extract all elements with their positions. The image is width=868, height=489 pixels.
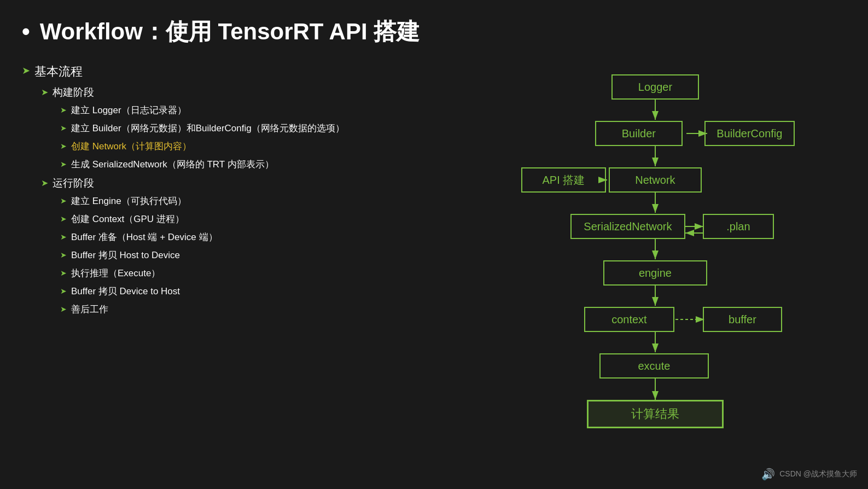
level3-build-items: ➤ 建立 Logger（日志记录器） ➤ 建立 Builder（网络元数据）和B… [60,104,464,171]
flowbox-builderconfig: BuilderConfig [704,121,795,146]
watermark-text: CSDN @战术摸鱼大师 [779,469,857,479]
level2-run: ➤ 运行阶段 [41,176,464,190]
level2-arrow-build: ➤ [41,87,48,97]
level3-run-items: ➤ 建立 Engine（可执行代码） ➤ 创建 Context（GPU 进程） … [60,195,464,316]
level3-arrow-r4: ➤ [60,251,67,259]
level3-item-buffer-copy1: ➤ Buffer 拷贝 Host to Device [60,249,464,261]
level3-arrow-1: ➤ [60,106,67,114]
level3-text-serialized: 生成 SerializedNetwork（网络的 TRT 内部表示） [71,158,274,171]
level3-item-execute: ➤ 执行推理（Execute） [60,267,464,280]
title-text: Workflow：使用 TensorRT API 搭建 [40,16,420,47]
level3-item-context: ➤ 创建 Context（GPU 进程） [60,213,464,225]
main-title: • Workflow：使用 TensorRT API 搭建 [22,16,846,47]
level2-build: ➤ 构建阶段 [41,85,464,100]
level3-text-buffer-copy1: Buffer 拷贝 Host to Device [71,249,180,261]
level3-item-engine: ➤ 建立 Engine（可执行代码） [60,195,464,207]
level3-item-logger: ➤ 建立 Logger（日志记录器） [60,104,464,117]
level3-arrow-r1: ➤ [60,196,67,205]
level1-text-1: 基本流程 [34,63,83,80]
flowbox-api-build: API 搭建 [521,167,606,193]
level3-arrow-r2: ➤ [60,214,67,223]
flowchart-container: Logger Builder BuilderConfig API 搭建 Netw… [519,69,803,463]
level3-text-buffer-copy2: Buffer 拷贝 Device to Host [71,285,180,298]
flowbox-serializednetwork: SerializedNetwork [570,214,685,239]
level2-run-container: ➤ 运行阶段 ➤ 建立 Engine（可执行代码） ➤ 创建 Context（G… [41,176,464,316]
level3-arrow-r5: ➤ [60,269,67,277]
level2-text-build: 构建阶段 [53,85,94,100]
level3-text-cleanup: 善后工作 [71,303,108,316]
level3-text-context: 创建 Context（GPU 进程） [71,213,184,225]
flowbox-buffer: buffer [703,307,782,332]
level3-arrow-2: ➤ [60,124,67,132]
level3-item-buffer-copy2: ➤ Buffer 拷贝 Device to Host [60,285,464,298]
level3-text-builder: 建立 Builder（网络元数据）和BuilderConfig（网络元数据的选项… [71,122,345,135]
level3-item-buffer-prep: ➤ Buffer 准备（Host 端 + Device 端） [60,231,464,243]
title-bullet: • [22,19,30,45]
flowbox-engine: engine [603,260,707,286]
level2-text-run: 运行阶段 [53,176,94,190]
left-content: ➤ 基本流程 ➤ 构建阶段 ➤ 建立 Logger（日志记录器） ➤ [22,63,475,465]
level3-text-buffer-prep: Buffer 准备（Host 端 + Device 端） [71,231,218,243]
right-content: Logger Builder BuilderConfig API 搭建 Netw… [475,63,846,465]
level3-arrow-3: ➤ [60,142,67,150]
level3-item-builder: ➤ 建立 Builder（网络元数据）和BuilderConfig（网络元数据的… [60,122,464,135]
slide-container: • Workflow：使用 TensorRT API 搭建 ➤ 基本流程 ➤ 构… [0,0,868,489]
level2-arrow-run: ➤ [41,178,48,188]
flowbox-context: context [584,307,674,332]
watermark: 🔊 CSDN @战术摸鱼大师 [761,468,857,481]
level3-arrow-r7: ➤ [60,305,67,313]
level3-text-execute: 执行推理（Execute） [71,267,160,280]
flowbox-logger: Logger [611,74,699,100]
level3-item-network: ➤ 创建 Network（计算图内容） [60,140,464,153]
flowbox-builder: Builder [595,121,683,146]
level3-arrow-r3: ➤ [60,232,67,241]
flowbox-network: Network [609,167,702,193]
level3-text-engine: 建立 Engine（可执行代码） [71,195,187,207]
flowbox-excute: excute [599,353,709,379]
level3-arrow-4: ➤ [60,160,67,168]
level3-item-cleanup: ➤ 善后工作 [60,303,464,316]
level1-arrow-1: ➤ [22,65,30,77]
speaker-icon: 🔊 [761,468,775,481]
level3-text-logger: 建立 Logger（日志记录器） [71,104,187,117]
flowbox-result: 计算结果 [587,400,724,428]
level3-text-network: 创建 Network（计算图内容） [71,140,191,153]
level3-item-serialized: ➤ 生成 SerializedNetwork（网络的 TRT 内部表示） [60,158,464,171]
content-area: ➤ 基本流程 ➤ 构建阶段 ➤ 建立 Logger（日志记录器） ➤ [22,63,846,465]
level1-basic-flow: ➤ 基本流程 [22,63,464,80]
level3-arrow-r6: ➤ [60,287,67,295]
flowbox-plan: .plan [703,214,774,239]
level2-build-container: ➤ 构建阶段 ➤ 建立 Logger（日志记录器） ➤ 建立 Builder（网… [41,85,464,171]
